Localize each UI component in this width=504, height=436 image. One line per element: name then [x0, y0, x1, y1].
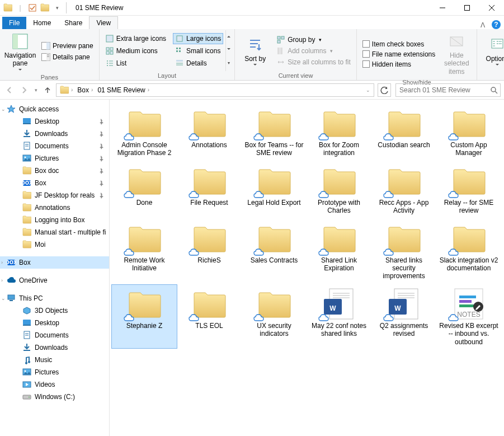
sidebar-quick-item[interactable]: Documents — [0, 140, 109, 152]
file-item[interactable]: Prototype with Charles — [307, 162, 371, 217]
sidebar-quick-item[interactable]: Desktop — [0, 115, 109, 128]
file-item[interactable]: Sales Contracts — [242, 219, 307, 283]
hide-selected-button[interactable]: Hide selected items — [440, 30, 473, 78]
qat-open-folder-icon[interactable] — [39, 2, 50, 13]
breadcrumb-box[interactable]: Box› — [75, 86, 95, 94]
sidebar-pc-item[interactable]: Videos — [0, 378, 109, 391]
file-item[interactable]: Shared Link Expiration — [307, 219, 371, 283]
file-item[interactable]: TLS EOL — [177, 285, 242, 348]
tab-view[interactable]: View — [89, 16, 118, 29]
sidebar-quick-item[interactable]: Manual start - multiple fi — [0, 226, 109, 238]
close-button[interactable] — [479, 0, 504, 16]
forward-button[interactable] — [18, 84, 30, 96]
tab-file[interactable]: File — [2, 17, 26, 29]
sidebar-quick-item[interactable]: Logging into Box — [0, 214, 109, 226]
size-columns-button[interactable]: Size all columns to fit — [274, 57, 353, 68]
file-item[interactable]: Annotations — [177, 104, 242, 160]
layout-medium-icons-button[interactable]: Medium icons — [103, 45, 168, 57]
add-columns-button[interactable]: Add columns ▾ — [274, 45, 353, 57]
sidebar-this-pc[interactable]: ⌄This PC — [0, 292, 109, 304]
file-item[interactable]: Custom App Manager — [436, 104, 501, 160]
up-button[interactable] — [41, 84, 54, 96]
file-item[interactable]: Admin Console Migration Phase 2 — [112, 104, 177, 160]
file-item[interactable]: Remote Work Initiative — [112, 219, 177, 283]
item-checkboxes-toggle[interactable]: Item check boxes — [360, 39, 437, 49]
ribbon-tabstrip: File Home Share View ᐱ ? — [0, 16, 504, 29]
sidebar-pc-item[interactable]: Documents — [0, 329, 109, 341]
file-item[interactable]: Custodian search — [371, 104, 436, 160]
file-item[interactable]: Q2 assignments revised — [371, 285, 436, 348]
sidebar-quick-item[interactable]: Box — [0, 177, 109, 189]
details-pane-button[interactable]: Details pane — [39, 51, 96, 63]
preview-pane-button[interactable]: Preview pane — [39, 40, 96, 51]
layout-details-button[interactable]: Details — [173, 58, 223, 69]
minimize-button[interactable] — [430, 0, 455, 16]
tab-home[interactable]: Home — [26, 17, 58, 29]
sidebar-quick-item[interactable]: Moi — [0, 238, 109, 251]
file-item[interactable]: File Request — [177, 162, 242, 217]
svg-rect-51 — [179, 50, 181, 52]
group-by-button[interactable]: Group by ▾ — [274, 34, 353, 45]
collapse-ribbon-button[interactable]: ᐱ — [476, 21, 489, 29]
file-item[interactable]: Done — [112, 162, 177, 217]
file-item[interactable]: May 22 conf notes shared links — [307, 285, 371, 348]
file-item[interactable]: Legal Hold Export — [242, 162, 307, 217]
sidebar-box[interactable]: ›Box — [0, 256, 109, 269]
qat-caret[interactable]: ▾ — [51, 2, 63, 13]
sidebar-quick-item[interactable]: Annotations — [0, 201, 109, 214]
options-button[interactable]: Options — [481, 34, 504, 68]
help-icon[interactable]: ? — [492, 20, 501, 29]
sort-by-button[interactable]: Sort by — [238, 34, 272, 68]
file-item-label: Shared links security improvements — [373, 256, 435, 280]
layout-large-icons-button[interactable]: Large icons — [173, 33, 223, 44]
layout-xl-icons-button[interactable]: Extra large icons — [103, 33, 168, 44]
address-dropdown-button[interactable]: ⌄ — [364, 87, 373, 93]
sidebar-pc-item[interactable]: Downloads — [0, 341, 109, 354]
file-item[interactable]: Box for Zoom integration — [307, 104, 371, 160]
search-input[interactable] — [398, 86, 488, 95]
file-item[interactable]: Stephanie Z — [112, 285, 177, 348]
search-icon — [490, 86, 498, 94]
sidebar-quick-item[interactable]: Box doc — [0, 165, 109, 177]
file-item[interactable]: RichieS — [177, 219, 242, 283]
address-bar[interactable]: › Box› 01 SME Review› ⌄ — [56, 83, 374, 97]
file-item[interactable]: UX security indicators — [242, 285, 307, 348]
cloud-overlay-icon — [188, 190, 199, 199]
qat-properties-icon[interactable] — [27, 2, 38, 13]
layout-small-icons-button[interactable]: Small icons — [173, 45, 223, 57]
sidebar-pc-item[interactable]: Pictures — [0, 366, 109, 378]
sidebar-quick-item[interactable]: Pictures — [0, 152, 109, 165]
videos-icon — [22, 380, 31, 389]
breadcrumb-root[interactable]: › — [58, 86, 75, 95]
file-item[interactable]: Slack integration v2 documentation — [436, 219, 501, 283]
navigation-pane-button[interactable]: Navigation pane — [3, 30, 37, 73]
layout-list-button[interactable]: List — [103, 58, 168, 69]
search-box[interactable] — [395, 83, 501, 97]
sidebar-quick-item[interactable]: Downloads — [0, 128, 109, 140]
layout-more-options[interactable]: ▾ — [225, 30, 231, 71]
file-item[interactable]: Relay -- for SME review — [436, 162, 501, 217]
recent-locations-button[interactable]: ▾ — [32, 84, 39, 96]
tab-share[interactable]: Share — [58, 17, 89, 29]
content-pane[interactable]: Admin Console Migration Phase 2 Annotati… — [110, 100, 504, 436]
sidebar-quick-item[interactable]: JF Desktop for reals — [0, 189, 109, 201]
maximize-button[interactable] — [455, 0, 479, 16]
back-button[interactable] — [3, 84, 16, 96]
refresh-button[interactable] — [378, 83, 391, 97]
file-item[interactable]: Box for Teams -- for SME review — [242, 104, 307, 160]
file-item[interactable]: Recc Apps - App Activity — [371, 162, 436, 217]
sidebar-pc-item[interactable]: Windows (C:) — [0, 391, 109, 403]
file-item[interactable]: Shared links security improvements — [371, 219, 436, 283]
sidebar-quick-access[interactable]: ⌄Quick access — [0, 103, 109, 115]
folder-icon — [124, 287, 164, 321]
hidden-items-toggle[interactable]: Hidden items — [360, 59, 437, 69]
file-item[interactable]: Revised KB excerpt -- inbound vs. outbou… — [436, 285, 501, 348]
cloud-overlay-icon — [123, 132, 134, 141]
sidebar-pc-item[interactable]: Desktop — [0, 317, 109, 329]
sidebar-onedrive[interactable]: ›OneDrive — [0, 274, 109, 287]
file-ext-toggle[interactable]: File name extensions — [360, 49, 437, 59]
sidebar-pc-item[interactable]: Music — [0, 354, 109, 366]
svg-rect-49 — [179, 48, 181, 49]
sidebar-pc-item[interactable]: 3D Objects — [0, 304, 109, 317]
breadcrumb-current[interactable]: 01 SME Review› — [95, 86, 152, 94]
